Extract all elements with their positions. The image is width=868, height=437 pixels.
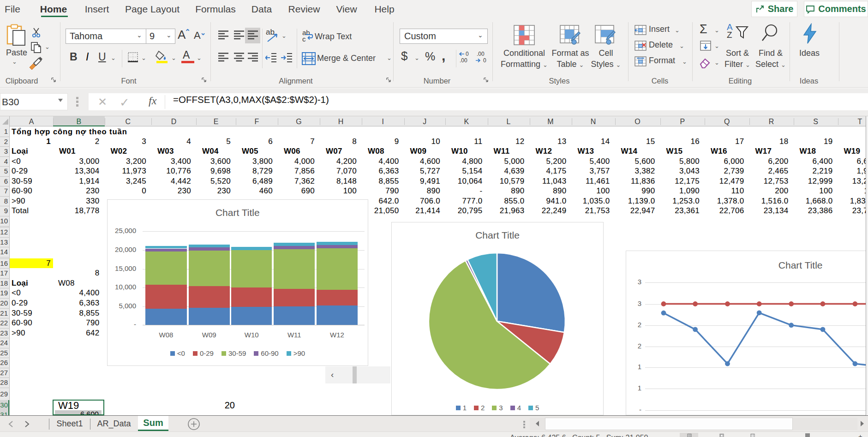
svg-text:0: 0 [466,51,469,57]
svg-text:.00: .00 [460,57,467,64]
svg-text:.00: .00 [477,51,485,57]
svg-text:0: 0 [483,57,486,64]
